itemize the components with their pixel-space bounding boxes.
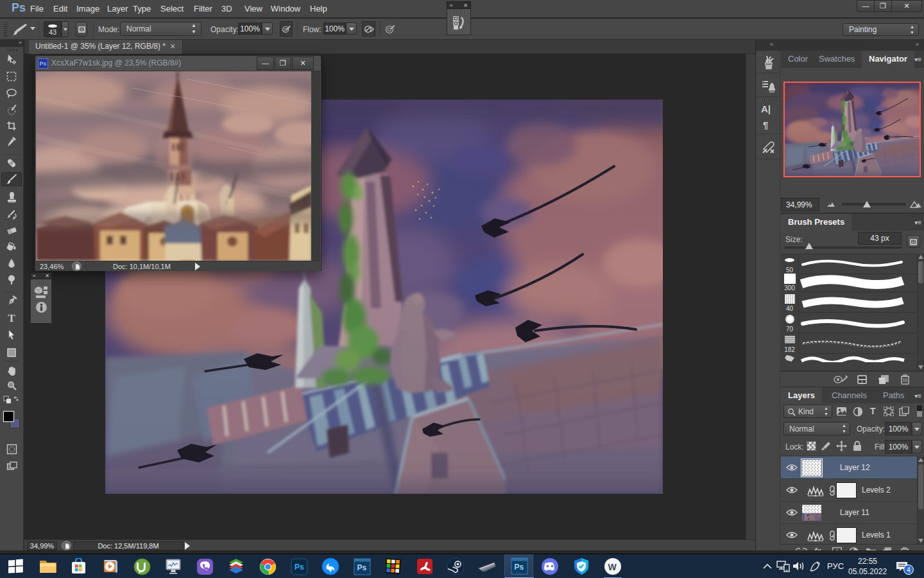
svg-text:Ps: Ps	[515, 563, 524, 572]
svg-text:W: W	[608, 562, 617, 572]
svg-text:Ps: Ps	[295, 563, 304, 572]
svg-text:Ps: Ps	[357, 563, 366, 572]
